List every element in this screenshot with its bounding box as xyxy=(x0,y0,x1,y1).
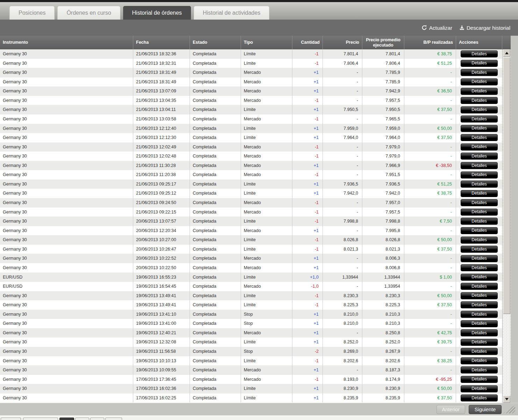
cell-cantidad: -1 xyxy=(292,152,323,161)
cell-bp-realizadas: - xyxy=(404,263,456,273)
detalles-button[interactable]: Detalles xyxy=(461,50,498,57)
detalles-button[interactable]: Detalles xyxy=(461,227,498,234)
detalles-button[interactable]: Detalles xyxy=(461,181,498,188)
detalles-button[interactable]: Detalles xyxy=(461,329,498,336)
detalles-button[interactable]: Detalles xyxy=(461,255,498,262)
cell-fecha: 19/06/2013 16:54:45 xyxy=(133,282,190,291)
detalles-button[interactable]: Detalles xyxy=(461,162,498,169)
detalles-button[interactable]: Detalles xyxy=(461,366,498,373)
cell-precio-promedio: 7.995,8 xyxy=(362,226,404,236)
tab-ordenes-en-curso[interactable]: Órdenes en curso xyxy=(57,6,120,20)
detalles-button[interactable]: Detalles xyxy=(461,320,498,327)
cell-precio: 1,33944 xyxy=(323,273,362,282)
cell-estado: Completada xyxy=(190,114,241,124)
cell-precio-promedio: 7.806,4 xyxy=(362,59,404,68)
detalles-button[interactable]: Detalles xyxy=(461,78,498,85)
cell-fecha: 21/06/2013 09:22:15 xyxy=(133,208,190,217)
refresh-button[interactable]: Actualizar xyxy=(421,25,452,31)
cell-estado: Completada xyxy=(190,273,241,282)
column-header-acciones[interactable]: Acciones xyxy=(456,36,502,49)
cell-fecha: 21/06/2013 12:02:48 xyxy=(133,152,190,161)
table-row: Germany 30 21/06/2013 18:31:49 Completad… xyxy=(0,77,502,87)
detalles-button[interactable]: Detalles xyxy=(461,237,498,244)
refresh-icon xyxy=(421,25,427,30)
cell-bp-realizadas: - xyxy=(404,77,456,87)
cell-tipo: Límite xyxy=(241,291,292,301)
cell-acciones: Detalles xyxy=(456,347,502,356)
detalles-button[interactable]: Detalles xyxy=(461,357,498,364)
cell-tipo: Límite xyxy=(241,105,292,114)
detalles-button[interactable]: Detalles xyxy=(461,274,498,281)
scrollbar-thumb[interactable] xyxy=(503,57,510,314)
cell-acciones: Detalles xyxy=(456,375,502,384)
detalles-button[interactable]: Detalles xyxy=(461,88,498,95)
table-row: Germany 30 17/06/2013 17:36:45 Completad… xyxy=(0,375,502,384)
vertical-scrollbar[interactable] xyxy=(502,49,511,403)
detalles-button[interactable]: Detalles xyxy=(461,394,498,401)
column-header-precio-promedio[interactable]: Precio promedio ejecutado xyxy=(362,36,404,49)
download-history-button[interactable]: Descargar historial xyxy=(459,25,510,31)
tab-posiciones[interactable]: Posiciones xyxy=(9,6,55,20)
column-header-estado[interactable]: Estado xyxy=(190,36,241,49)
cell-tipo: Mercado xyxy=(241,68,292,77)
column-header-instrumento[interactable]: Instrumento xyxy=(0,36,133,49)
cell-bp-realizadas: € 38,75 xyxy=(404,189,456,198)
detalles-button[interactable]: Detalles xyxy=(461,60,498,67)
detalles-button[interactable]: Detalles xyxy=(461,264,498,271)
detalles-button[interactable]: Detalles xyxy=(461,218,498,225)
detalles-button[interactable]: Detalles xyxy=(461,339,498,346)
cell-estado: Completada xyxy=(190,375,241,384)
cell-instrumento: Germany 30 xyxy=(0,375,133,384)
detalles-button[interactable]: Detalles xyxy=(461,283,498,290)
detalles-button[interactable]: Detalles xyxy=(461,311,498,318)
cell-tipo: Mercado xyxy=(241,114,292,124)
cell-acciones: Detalles xyxy=(456,263,502,273)
column-header-bp-realizadas[interactable]: B/P realizadas xyxy=(404,36,456,49)
cell-instrumento: Germany 30 xyxy=(0,328,133,338)
cell-instrumento: Germany 30 xyxy=(0,347,133,356)
cell-tipo: Límite xyxy=(241,133,292,142)
scroll-down-button[interactable] xyxy=(503,396,510,403)
detalles-button[interactable]: Detalles xyxy=(461,376,498,383)
detalles-button[interactable]: Detalles xyxy=(461,69,498,76)
detalles-button[interactable]: Detalles xyxy=(461,153,498,160)
cell-tipo: Mercado xyxy=(241,328,292,338)
cell-precio: - xyxy=(323,208,362,217)
scroll-up-button[interactable] xyxy=(503,49,510,57)
cell-tipo: Stop xyxy=(241,319,292,328)
detalles-button[interactable]: Detalles xyxy=(461,246,498,253)
cell-bp-realizadas: - xyxy=(404,310,456,319)
detalles-button[interactable]: Detalles xyxy=(461,97,498,104)
column-header-precio[interactable]: Precio xyxy=(323,36,362,49)
detalles-button[interactable]: Detalles xyxy=(461,292,498,299)
resize-grip[interactable] xyxy=(503,405,515,413)
table-row: Germany 30 17/06/2013 16:02:36 Completad… xyxy=(0,384,502,393)
cell-instrumento: EUR/USD xyxy=(0,282,133,291)
cell-instrumento: Germany 30 xyxy=(0,291,133,301)
detalles-button[interactable]: Detalles xyxy=(461,144,498,150)
next-page-button[interactable]: Siguiente xyxy=(469,405,502,414)
cell-estado: Completada xyxy=(190,208,241,217)
detalles-button[interactable]: Detalles xyxy=(461,134,498,141)
detalles-button[interactable]: Detalles xyxy=(461,385,498,392)
detalles-button[interactable]: Detalles xyxy=(461,209,498,216)
background-window-tab xyxy=(90,418,104,420)
detalles-button[interactable]: Detalles xyxy=(461,125,498,132)
column-header-fecha[interactable]: Fecha xyxy=(133,36,190,49)
detalles-button[interactable]: Detalles xyxy=(461,115,498,122)
detalles-button[interactable]: Detalles xyxy=(461,348,498,355)
detalles-button[interactable]: Detalles xyxy=(461,199,498,206)
detalles-button[interactable]: Detalles xyxy=(461,190,498,197)
tab-historial-de-ordenes[interactable]: Historial de órdenes xyxy=(123,6,191,20)
cell-precio: 8.026,8 xyxy=(323,235,362,245)
column-header-tipo[interactable]: Tipo xyxy=(241,36,292,49)
detalles-button[interactable]: Detalles xyxy=(461,172,498,178)
detalles-button[interactable]: Detalles xyxy=(461,301,498,308)
previous-page-button[interactable]: Anterior xyxy=(437,405,465,414)
column-header-cantidad[interactable]: Cantidad xyxy=(292,36,323,49)
cell-precio: - xyxy=(323,86,362,96)
tab-historial-de-actividades[interactable]: Historial de actividades xyxy=(194,6,270,20)
cell-tipo: Límite xyxy=(241,59,292,68)
detalles-button[interactable]: Detalles xyxy=(461,106,498,113)
cell-bp-realizadas: - xyxy=(404,142,456,152)
